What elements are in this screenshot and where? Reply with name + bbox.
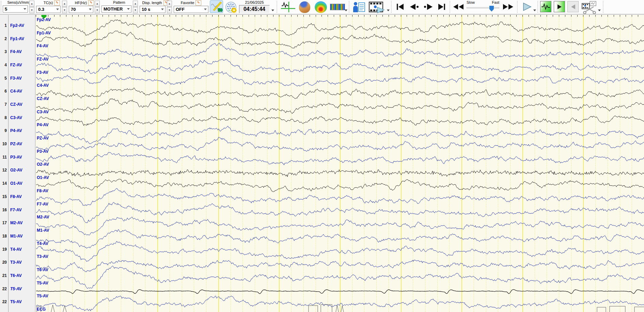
ruler-tick — [54, 15, 54, 17]
channel-row-C4-AV[interactable]: 6C4-AV — [0, 88, 35, 94]
channel-row-O1-AV[interactable]: 14O1-AV — [0, 181, 35, 186]
video-playback-button[interactable] — [367, 1, 386, 13]
channel-name: F8-AV — [10, 194, 22, 199]
play-dropdown-icon[interactable] — [533, 10, 536, 11]
edit-pencil-icon[interactable]: ✎ — [54, 0, 60, 5]
grid-subsecond-line — [364, 14, 364, 312]
channel-row-F4-AV[interactable]: 3F4-AV — [0, 49, 35, 54]
channel-row-F3-AV[interactable]: 5F3-AV — [0, 76, 35, 81]
ruler-tick — [480, 15, 480, 17]
edit-pencil-icon[interactable]: ✎ — [88, 0, 94, 5]
sens-spin-down-icon[interactable]: ▼ — [29, 7, 34, 13]
favorite-combo[interactable]: OFF — [174, 6, 208, 13]
patient-info-button[interactable] — [351, 1, 366, 13]
channel-row-FZ-AV[interactable]: 4FZ-AV — [0, 62, 35, 68]
channel-row-T6-AV[interactable]: 21T6-AV — [0, 273, 35, 278]
channel-name: T5-AV — [10, 299, 22, 305]
trace-label-T5-AV: T5-AV — [37, 294, 48, 298]
speed-slider-track[interactable] — [467, 7, 499, 9]
skip-to-start-button[interactable] — [394, 1, 406, 13]
grid-subsecond-line — [437, 14, 438, 312]
grid-subsecond-line — [206, 14, 206, 312]
ruler-tick — [498, 15, 498, 17]
toolbar-separator — [391, 1, 392, 13]
sens-combo[interactable]: 5 — [3, 5, 28, 13]
eeg-plot-area[interactable]: Fp2-AVFp1-AVF4-AVFZ-AVF3-AVC4-AVCZ-AVC3-… — [35, 14, 644, 312]
trend-overview-button[interactable] — [540, 1, 551, 12]
channel-row-T5-AV[interactable]: 22T5-AV — [0, 299, 35, 305]
sidebar-divider — [8, 14, 9, 312]
hf-combo[interactable]: 70 — [69, 6, 93, 13]
channel-name: C3-AV — [10, 115, 22, 120]
edit-pencil-icon[interactable]: ✎ — [195, 0, 201, 5]
channel-row-T3-AV[interactable]: 20T3-AV — [0, 260, 35, 265]
channel-row-P3-AV[interactable]: 11P3-AV — [0, 154, 35, 160]
channel-row-M2-AV[interactable]: 17M2-AV — [0, 220, 35, 226]
analysis-dropdown-icon[interactable] — [345, 10, 347, 11]
channel-row-PZ-AV[interactable]: 10PZ-AV — [0, 141, 35, 147]
pattern-combo[interactable]: MOTHER — [101, 5, 131, 13]
pattern-value: MOTHER — [104, 6, 123, 12]
tc-combo[interactable]: 0.3 — [36, 6, 61, 13]
current-time-display[interactable]: 04:45:44 — [239, 5, 270, 13]
channel-row-Fp1-AV[interactable]: 2Fp1-AV — [0, 36, 35, 42]
trace-label-F8-AV: F8-AV — [37, 188, 48, 193]
channel-row-CZ-AV[interactable]: 7CZ-AV — [0, 102, 35, 107]
ruler-tick — [437, 15, 438, 17]
ruler-tick — [188, 15, 188, 17]
pattern-spin-up-icon[interactable]: ▲ — [133, 1, 138, 7]
rewind-button[interactable] — [452, 1, 465, 13]
step-back-icon — [409, 3, 420, 10]
hf-spin-up-icon[interactable]: ▲ — [95, 1, 100, 7]
channel-row-T5-AV[interactable]: 22T5-AV — [0, 286, 35, 292]
channel-number: 5 — [0, 76, 7, 81]
ruler-tick — [109, 15, 109, 17]
channel-row-Fp2-AV[interactable]: 1Fp2-AV — [0, 23, 35, 28]
channel-row-O2-AV[interactable]: 12O2-AV — [0, 167, 35, 173]
toolbar-gripper[interactable] — [1, 1, 2, 13]
hf-spin-down-icon[interactable]: ▼ — [95, 7, 100, 13]
channel-row-F8-AV[interactable]: 15F8-AV — [0, 194, 35, 199]
video-cut-scissors-icon — [581, 1, 598, 14]
skip-to-end-button[interactable] — [436, 1, 447, 13]
play-segment-button[interactable] — [554, 1, 565, 12]
channel-sidebar: 1Fp2-AV2Fp1-AV3F4-AV4FZ-AV5F3-AV6C4-AV7C… — [0, 14, 35, 312]
step-forward-button[interactable] — [422, 1, 435, 13]
notch-filter-button[interactable]: 50 — [210, 0, 223, 13]
pattern-spin-down-icon[interactable]: ▼ — [133, 7, 138, 13]
play-button[interactable] — [520, 1, 533, 13]
sens-spin-up-icon[interactable]: ▲ — [29, 1, 34, 7]
channel-name: T4-AV — [10, 247, 22, 252]
step-back-button[interactable] — [407, 1, 421, 13]
channel-row-F7-AV[interactable]: 16F7-AV — [0, 207, 35, 213]
disp-length-combo[interactable]: 10 s — [140, 6, 166, 13]
dsa-trend-button[interactable] — [330, 1, 345, 13]
head-3d-map-button[interactable] — [297, 1, 312, 13]
ruler-tick — [559, 15, 559, 17]
video-cut-button[interactable] — [580, 1, 598, 14]
channel-name: F3-AV — [10, 76, 22, 81]
ruler-tick — [571, 15, 571, 17]
disp-length-spin-up-icon[interactable]: ▲ — [167, 1, 172, 7]
ruler-tick — [273, 15, 273, 17]
electrode-map-settings-button[interactable] — [224, 1, 238, 13]
speed-slider-thumb[interactable] — [489, 6, 494, 12]
disp-length-spin-down-icon[interactable]: ▼ — [167, 7, 172, 13]
channel-row-P4-AV[interactable]: 9P4-AV — [0, 128, 35, 133]
video-dropdown-icon[interactable] — [387, 10, 390, 11]
ruler-tick — [316, 15, 316, 17]
waveform-cursor-button[interactable] — [280, 1, 296, 13]
video-cut-dropdown-icon[interactable] — [598, 10, 601, 11]
datetime-dropdown-icon[interactable] — [271, 10, 274, 11]
fast-forward-button[interactable] — [501, 1, 515, 13]
ruler-tick — [449, 15, 450, 17]
topo-map-button[interactable] — [313, 1, 329, 13]
tc-spin-up-icon[interactable]: ▲ — [62, 1, 67, 7]
channel-number: 9 — [0, 128, 7, 133]
channel-row-C3-AV[interactable]: 8C3-AV — [0, 115, 35, 120]
channel-row-M1-AV[interactable]: 18M1-AV — [0, 233, 35, 239]
ruler-tick — [249, 15, 249, 17]
tc-spin-down-icon[interactable]: ▼ — [62, 7, 67, 13]
channel-row-T4-AV[interactable]: 19T4-AV — [0, 247, 35, 252]
channel-name: O2-AV — [10, 167, 22, 173]
